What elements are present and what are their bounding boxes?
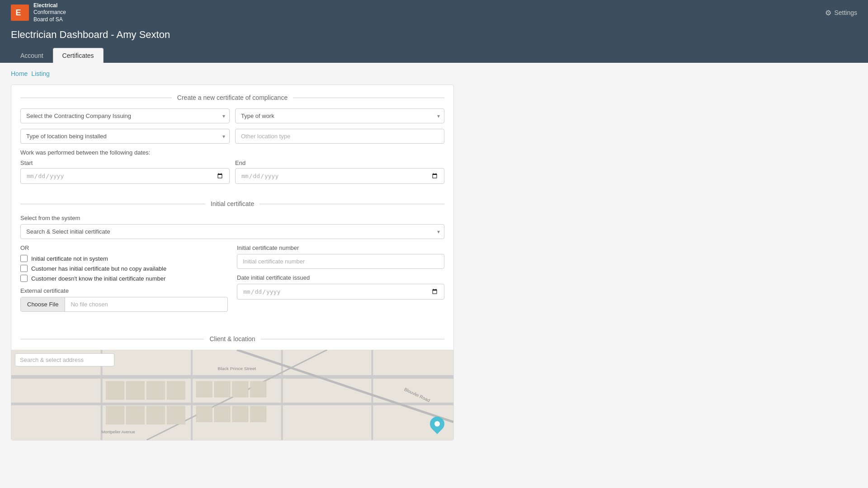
tab-certificates[interactable]: Certificates (53, 48, 104, 63)
app-header: E✕ Electrical Conformance Board of SA ⚙ … (0, 0, 868, 25)
checkbox-item-1: Initial certificate not in system (20, 255, 228, 262)
end-date-group: End (235, 160, 444, 184)
svg-rect-13 (106, 406, 124, 424)
logo-icon: E✕ (11, 5, 29, 21)
other-location-input[interactable] (235, 129, 444, 144)
checkbox-no-copy[interactable] (20, 265, 28, 272)
svg-rect-10 (126, 381, 144, 399)
main-content: Home Listing Create a new certificate of… (0, 63, 868, 488)
gear-icon: ⚙ (825, 9, 831, 17)
new-cert-divider: Create a new certificate of complicance (20, 94, 444, 101)
svg-rect-19 (232, 381, 248, 397)
file-input-row: Choose File No file chosen (20, 297, 228, 312)
type-of-work-wrapper: Type of work (235, 108, 444, 123)
work-dates-text: Work was performed between the following… (11, 149, 453, 160)
svg-rect-12 (167, 381, 185, 399)
contracting-company-select[interactable]: Select the Contracting Company Issuing (20, 108, 230, 123)
cert-number-label: Initial certificate number (237, 244, 444, 251)
settings-button[interactable]: ⚙ Settings (825, 9, 857, 17)
or-text: OR (20, 244, 228, 251)
svg-rect-20 (250, 381, 266, 397)
cert-number-input[interactable] (237, 254, 444, 269)
svg-rect-9 (106, 381, 124, 399)
breadcrumb-listing[interactable]: Listing (31, 70, 49, 77)
company-work-row: Select the Contracting Company Issuing T… (11, 108, 453, 129)
contracting-company-wrapper: Select the Contracting Company Issuing (20, 108, 230, 123)
client-location-divider: Client & location (20, 335, 444, 343)
start-label: Start (20, 160, 230, 166)
svg-rect-23 (232, 406, 248, 422)
logo-text: Electrical Conformance Board of SA (33, 2, 66, 23)
client-section-label: Client & location (209, 335, 255, 343)
svg-rect-14 (126, 406, 144, 424)
map-search-overlay: Search & select address (15, 353, 114, 366)
checkbox-label-1[interactable]: Initial certificate not in system (31, 255, 108, 262)
or-section: OR Initial certificate not in system Cus… (11, 244, 453, 319)
right-col: Initial certificate number Date initial … (237, 244, 444, 312)
svg-rect-21 (196, 406, 212, 422)
map-search-text: Search & select address (20, 357, 84, 363)
svg-rect-11 (146, 381, 165, 399)
checkbox-label-2[interactable]: Customer has initial certificate but no … (31, 265, 166, 272)
external-cert-label: External certificate (20, 287, 228, 294)
checkbox-no-number[interactable] (20, 275, 28, 282)
checkbox-label-3[interactable]: Customer doesn't know the initial certif… (31, 275, 165, 282)
checkbox-not-in-system[interactable] (20, 255, 28, 262)
search-select-wrapper: Search & Select initial certificate (20, 224, 444, 239)
type-of-work-select[interactable]: Type of work (235, 108, 444, 123)
checkbox-section: Initial certificate not in system Custom… (20, 255, 228, 282)
svg-rect-16 (167, 406, 185, 424)
svg-rect-17 (196, 381, 212, 397)
svg-rect-24 (250, 406, 266, 422)
initial-cert-section-label: Initial certificate (211, 200, 254, 207)
left-col: OR Initial certificate not in system Cus… (20, 244, 228, 312)
external-cert-section: External certificate Choose File No file… (20, 287, 228, 312)
date-issued-input[interactable] (237, 284, 444, 300)
dashboard-title-area: Electrician Dashboard - Amy Sexton (0, 25, 868, 48)
start-date-group: Start (20, 160, 230, 184)
search-select-cert[interactable]: Search & Select initial certificate (20, 224, 444, 239)
form-card: Create a new certificate of complicance … (11, 84, 454, 441)
breadcrumb-home[interactable]: Home (11, 70, 28, 77)
select-system-label: Select from the system (11, 215, 453, 221)
end-label: End (235, 160, 444, 166)
checkbox-item-2: Customer has initial certificate but no … (20, 265, 228, 272)
new-cert-section-label: Create a new certificate of complicance (177, 94, 288, 101)
svg-rect-18 (214, 381, 230, 397)
location-type-select[interactable]: Type of location being installed (20, 129, 230, 144)
svg-rect-22 (214, 406, 230, 422)
initial-cert-divider: Initial certificate (20, 200, 444, 207)
checkbox-item-3: Customer doesn't know the initial certif… (20, 275, 228, 282)
map-area: Search & select address (11, 350, 453, 440)
start-date-input[interactable] (20, 168, 230, 184)
svg-rect-15 (146, 406, 165, 424)
date-issued-label: Date initial certificate issued (237, 274, 444, 281)
breadcrumb: Home Listing (11, 70, 857, 77)
end-date-input[interactable] (235, 168, 444, 184)
location-row: Type of location being installed (11, 129, 453, 149)
svg-text:Black Prince Street: Black Prince Street (218, 366, 256, 371)
location-type-wrapper: Type of location being installed (20, 129, 230, 144)
page-title: Electrician Dashboard - Amy Sexton (11, 29, 857, 41)
settings-label: Settings (834, 9, 857, 16)
choose-file-button[interactable]: Choose File (21, 297, 65, 311)
logo-area: E✕ Electrical Conformance Board of SA (11, 2, 66, 23)
other-location-wrapper (235, 129, 444, 144)
file-name-display: No file chosen (65, 297, 227, 311)
svg-text:Montpelier Avenue: Montpelier Avenue (102, 430, 135, 434)
search-select-row: Search & Select initial certificate (11, 224, 453, 244)
tabs-bar: Account Certificates (0, 48, 868, 63)
date-row: Start End (11, 160, 453, 191)
tab-account[interactable]: Account (11, 48, 53, 63)
